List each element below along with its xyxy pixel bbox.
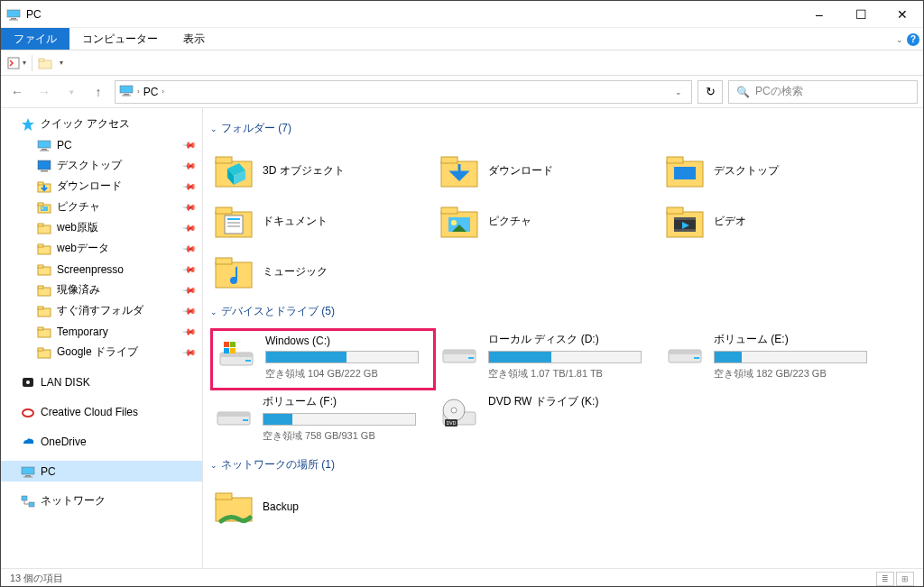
folder-item[interactable]: ビデオ	[661, 196, 887, 246]
menu-file[interactable]: ファイル	[1, 28, 69, 50]
window-title: PC	[26, 8, 799, 21]
svg-point-20	[42, 207, 43, 209]
folder-label: 3D オブジェクト	[263, 163, 345, 179]
sidebar-creative-cloud[interactable]: Creative Cloud Files	[1, 401, 202, 422]
svg-rect-78	[230, 348, 236, 353]
svg-rect-11	[42, 149, 47, 151]
svg-rect-12	[40, 150, 49, 151]
details-view-button[interactable]: ≣	[876, 572, 894, 586]
sidebar-item-label: webデータ	[57, 241, 109, 256]
tiles-view-button[interactable]: ⊞	[896, 572, 914, 586]
up-button[interactable]: ↑	[88, 81, 109, 103]
back-button[interactable]: ←	[6, 81, 28, 103]
pictures-icon	[37, 200, 51, 215]
sidebar-onedrive[interactable]: OneDrive	[1, 431, 202, 452]
desktop-icon	[665, 151, 705, 190]
folder-item[interactable]: 3D オブジェクト	[210, 145, 436, 196]
svg-rect-76	[230, 342, 236, 347]
sidebar-item[interactable]: Google ドライブ📌	[1, 342, 202, 362]
folder-item[interactable]: ピクチャ	[436, 196, 661, 246]
svg-rect-2	[9, 19, 18, 20]
svg-rect-18	[38, 203, 43, 206]
qat-dropdown-icon[interactable]: ▾	[23, 59, 26, 67]
sidebar-item[interactable]: ダウンロード📌	[1, 176, 202, 197]
sidebar-item[interactable]: PC📌	[1, 134, 202, 155]
search-placeholder: PCの検索	[755, 84, 803, 99]
svg-point-62	[451, 220, 457, 225]
svg-rect-94	[216, 493, 232, 500]
network-location-item[interactable]: Backup	[210, 482, 436, 532]
folder-item[interactable]: ミュージック	[210, 246, 436, 297]
folder-label: デスクトップ	[714, 163, 779, 179]
videos-icon	[665, 201, 705, 241]
title-bar: PC – ☐ ✕	[1, 1, 923, 28]
address-dropdown-icon[interactable]: ⌄	[670, 87, 688, 96]
drive-item[interactable]: ボリューム (F:)空き領域 758 GB/931 GB	[210, 390, 436, 450]
svg-rect-16	[38, 182, 43, 185]
sidebar-item-label: PC	[57, 139, 72, 151]
sidebar-network[interactable]: ネットワーク	[1, 491, 202, 511]
properties-icon[interactable]	[6, 56, 21, 70]
svg-point-36	[26, 381, 30, 384]
svg-rect-10	[38, 141, 51, 148]
sidebar-item[interactable]: Screenpresso📌	[1, 259, 202, 280]
status-bar: 13 個の項目 ≣ ⊞	[1, 568, 923, 587]
navigation-pane: クイック アクセス PC📌デスクトップ📌ダウンロード📌ピクチャ📌web原版📌we…	[1, 108, 203, 568]
help-icon[interactable]: ?	[907, 33, 919, 46]
content-pane: ⌄ フォルダー (7) 3D オブジェクトダウンロードデスクトップドキュメントピ…	[203, 108, 923, 568]
minimize-button[interactable]: –	[799, 1, 840, 28]
star-icon	[21, 117, 35, 132]
folder-icon	[37, 283, 51, 298]
svg-rect-81	[468, 357, 474, 359]
sidebar-item[interactable]: web原版📌	[1, 217, 202, 238]
chevron-right-icon[interactable]: ›	[162, 87, 164, 96]
breadcrumb-pc[interactable]: PC	[143, 86, 159, 98]
svg-rect-49	[441, 157, 457, 163]
folder-item[interactable]: デスクトップ	[661, 145, 887, 196]
search-box[interactable]: 🔍 PCの検索	[728, 80, 918, 104]
folder-item[interactable]: ドキュメント	[210, 196, 436, 246]
music-icon	[214, 252, 254, 291]
new-folder-icon[interactable]	[38, 56, 52, 70]
sidebar-item[interactable]: Temporary📌	[1, 321, 202, 342]
download-icon	[439, 151, 479, 190]
drive-item[interactable]: DVDDVD RW ドライブ (K:)	[436, 390, 661, 450]
group-drives-header[interactable]: ⌄ デバイスとドライブ (5)	[210, 304, 916, 319]
maximize-button[interactable]: ☐	[840, 1, 882, 28]
drive-item[interactable]: Windows (C:)空き領域 104 GB/222 GB	[210, 328, 436, 390]
group-folders-header[interactable]: ⌄ フォルダー (7)	[210, 121, 916, 136]
search-icon: 🔍	[736, 86, 750, 98]
folder-item[interactable]: ダウンロード	[436, 145, 661, 196]
chevron-down-icon: ⌄	[210, 307, 217, 316]
sidebar-item[interactable]: すぐ消すフォルダ📌	[1, 300, 202, 321]
forward-button[interactable]: →	[33, 81, 55, 103]
address-bar[interactable]: › PC › ⌄	[115, 80, 692, 104]
sidebar-quick-access[interactable]: クイック アクセス	[1, 114, 202, 134]
group-network-header[interactable]: ⌄ ネットワークの場所 (1)	[210, 457, 916, 472]
menu-computer[interactable]: コンピューター	[69, 28, 171, 50]
sidebar-lan-disk[interactable]: LAN DISK	[1, 371, 202, 392]
download-icon	[37, 179, 51, 194]
sidebar-item[interactable]: デスクトップ📌	[1, 155, 202, 176]
ribbon-expand-icon[interactable]: ⌄	[896, 35, 903, 44]
sidebar-item[interactable]: webデータ📌	[1, 238, 202, 259]
menu-view[interactable]: 表示	[171, 28, 217, 50]
svg-rect-38	[22, 467, 34, 474]
pc-icon	[21, 464, 35, 479]
sidebar-item[interactable]: 現像済み📌	[1, 280, 202, 300]
drive-item[interactable]: ローカル ディスク (D:)空き領域 1.07 TB/1.81 TB	[436, 328, 661, 390]
chevron-right-icon[interactable]: ›	[137, 87, 140, 96]
drive-usage-bar	[263, 413, 416, 426]
drive-item[interactable]: ボリューム (E:)空き領域 182 GB/223 GB	[661, 328, 887, 390]
refresh-button[interactable]: ↻	[698, 80, 723, 104]
qat-customize-icon[interactable]: ▾	[60, 59, 63, 67]
close-button[interactable]: ✕	[882, 1, 923, 28]
recent-dropdown[interactable]: ▾	[60, 81, 82, 103]
svg-rect-71	[216, 258, 232, 264]
chevron-down-icon: ⌄	[210, 461, 217, 470]
pin-icon: 📌	[182, 199, 197, 214]
sidebar-item[interactable]: ピクチャ📌	[1, 197, 202, 217]
sidebar-item-label: Google ドライブ	[57, 344, 138, 360]
svg-rect-74	[245, 360, 251, 362]
sidebar-pc[interactable]: PC	[1, 461, 202, 482]
